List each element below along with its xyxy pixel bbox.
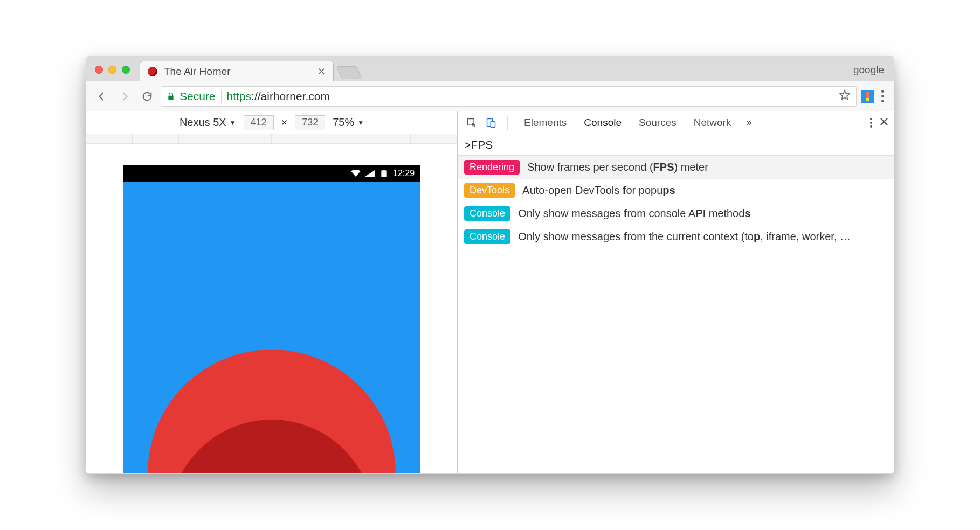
result-text: Show frames per second (FPS) meter	[527, 161, 708, 173]
emulated-viewport[interactable]: 12:29	[86, 144, 457, 473]
result-text: Auto-open DevTools for popups	[522, 184, 675, 197]
close-tab-button[interactable]: ✕	[318, 66, 326, 78]
devtools-tab-sources[interactable]: Sources	[630, 111, 685, 134]
devtools-tab-elements[interactable]: Elements	[515, 111, 575, 134]
devtools-close-button[interactable]	[880, 117, 888, 129]
devtools-pane: ElementsConsoleSourcesNetwork » >FPS Ren…	[458, 111, 894, 473]
inspect-element-button[interactable]	[463, 114, 480, 131]
command-menu-results: RenderingShow frames per second (FPS) me…	[458, 156, 894, 248]
reload-button[interactable]	[138, 87, 156, 106]
device-picker[interactable]: Nexus 5X ▼	[180, 116, 236, 129]
result-category-badge: Console	[464, 206, 510, 221]
secure-label: Secure	[180, 90, 216, 103]
wifi-icon	[351, 170, 361, 177]
overflow-tabs-button[interactable]: »	[742, 117, 756, 128]
result-category-badge: DevTools	[464, 183, 515, 198]
battery-icon	[379, 170, 389, 177]
command-result[interactable]: RenderingShow frames per second (FPS) me…	[458, 156, 894, 179]
device-toolbar: Nexus 5X ▼ 412 × 732 75% ▼	[86, 111, 457, 134]
browser-window: The Air Horner ✕ google Secure https://a…	[86, 56, 894, 474]
toggle-device-toolbar-button[interactable]	[482, 114, 500, 131]
command-input-value: >FPS	[464, 138, 493, 151]
devtools-menu-button[interactable]	[870, 118, 872, 128]
zoom-picker[interactable]: 75% ▼	[333, 116, 364, 129]
bookmark-button[interactable]	[839, 89, 851, 103]
result-category-badge: Console	[464, 229, 510, 244]
lock-icon	[167, 92, 175, 101]
viewport-width-input[interactable]: 412	[244, 115, 274, 130]
url-rest: ://airhorner.com	[251, 90, 330, 102]
command-menu-input[interactable]: >FPS	[458, 134, 894, 156]
android-status-bar: 12:29	[123, 165, 420, 182]
chrome-menu-button[interactable]	[878, 90, 887, 102]
zoom-value: 75%	[333, 116, 354, 129]
divider	[221, 90, 222, 103]
signal-icon	[365, 170, 375, 177]
command-result[interactable]: ConsoleOnly show messages from console A…	[458, 202, 894, 225]
result-text: Only show messages from the current cont…	[518, 231, 851, 243]
profile-label[interactable]: google	[853, 64, 888, 76]
tab-title: The Air Horner	[164, 66, 311, 78]
result-text: Only show messages from console API meth…	[518, 207, 750, 220]
browser-toolbar: Secure https://airhorner.com	[86, 81, 894, 111]
devtools-tab-list: ElementsConsoleSourcesNetwork	[515, 111, 740, 134]
result-category-badge: Rendering	[464, 160, 520, 175]
device-name: Nexus 5X	[180, 116, 226, 129]
content-area: Nexus 5X ▼ 412 × 732 75% ▼	[86, 111, 894, 473]
zoom-window-button[interactable]	[122, 66, 130, 74]
star-icon	[839, 89, 851, 101]
address-bar[interactable]: Secure https://airhorner.com	[161, 86, 857, 107]
favicon-icon	[148, 67, 157, 76]
separator	[507, 116, 508, 130]
chevron-down-icon: ▼	[230, 119, 236, 127]
devtools-tab-console[interactable]: Console	[575, 111, 630, 134]
device-emulator-pane: Nexus 5X ▼ 412 × 732 75% ▼	[86, 111, 458, 473]
close-window-button[interactable]	[95, 66, 103, 74]
svg-rect-2	[491, 121, 495, 127]
dimension-x: ×	[281, 116, 288, 129]
status-time: 12:29	[393, 169, 415, 178]
page-content: 12:29	[123, 165, 420, 473]
url-scheme: https	[227, 90, 252, 102]
command-result[interactable]: DevToolsAuto-open DevTools for popups	[458, 179, 894, 202]
url-text: https://airhorner.com	[227, 90, 330, 103]
breakpoint-ruler[interactable]	[86, 134, 457, 144]
tab-strip: The Air Horner ✕ google	[86, 57, 894, 81]
devtools-tabbar: ElementsConsoleSourcesNetwork »	[458, 111, 894, 134]
browser-tab[interactable]: The Air Horner ✕	[140, 61, 334, 81]
new-tab-button[interactable]	[336, 66, 362, 79]
chevron-down-icon: ▼	[357, 119, 364, 127]
minimize-window-button[interactable]	[108, 66, 116, 74]
command-result[interactable]: ConsoleOnly show messages from the curre…	[458, 225, 894, 248]
back-button[interactable]	[93, 87, 111, 106]
window-controls	[95, 66, 130, 74]
devtools-tab-network[interactable]: Network	[685, 111, 740, 134]
extension-icon[interactable]	[861, 90, 874, 103]
viewport-height-input[interactable]: 732	[295, 115, 325, 130]
forward-button[interactable]	[115, 87, 134, 106]
secure-indicator[interactable]: Secure	[167, 90, 216, 103]
